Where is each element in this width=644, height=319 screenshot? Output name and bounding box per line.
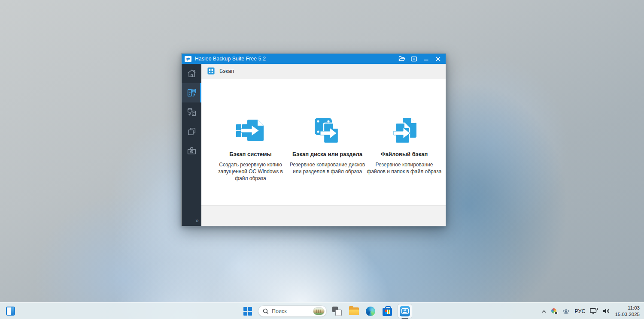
card-title: Бэкап системы (213, 151, 289, 157)
microsoft-store-button[interactable] (381, 305, 394, 318)
tray-graphics-icon[interactable] (551, 308, 558, 314)
sidebar-item-tools[interactable] (182, 141, 201, 160)
edge-icon (366, 307, 375, 316)
restore-icon (186, 107, 197, 117)
widgets-icon (7, 307, 11, 315)
sidebar-item-restore[interactable] (182, 102, 201, 122)
card-description: Резервное копирование дисков или раздело… (290, 161, 365, 175)
task-view-button[interactable] (331, 305, 343, 318)
window-title: Hasleo Backup Suite Free 5.2 (195, 56, 397, 62)
system-backup-card[interactable]: Бэкап системы Создать резервную копию за… (213, 118, 289, 205)
tray-lotus-icon[interactable] (562, 308, 570, 314)
minimize-button[interactable] (421, 54, 431, 63)
sidebar-item-backup[interactable] (182, 83, 201, 102)
app-logo-icon: ⇄ (185, 56, 191, 62)
tools-icon (186, 145, 197, 156)
file-backup-card[interactable]: Файловый бэкап Резервное копирование фай… (366, 118, 442, 205)
search-highlight-image (313, 307, 325, 315)
clock[interactable]: 11:03 15.03.2025 (615, 305, 640, 317)
system-backup-icon (236, 118, 265, 144)
edge-button[interactable] (364, 305, 377, 318)
hasleo-window: ⇄ Hasleo Backup Suite Free 5.2 (181, 53, 446, 226)
hasleo-taskbar-button[interactable]: ⇄ (398, 304, 412, 318)
minimize-to-tray-button[interactable] (409, 54, 419, 63)
microsoft-store-icon (383, 308, 392, 316)
chevron-double-right-icon: » (195, 217, 199, 224)
minimize-icon (424, 57, 428, 61)
sidebar-expand-button[interactable]: » (182, 215, 201, 226)
task-view-icon (332, 307, 342, 316)
hasleo-app-icon: ⇄ (400, 306, 410, 316)
page-header: Бэкап (201, 64, 446, 78)
start-button[interactable] (241, 305, 254, 318)
home-icon (186, 68, 197, 79)
backup-options: Бэкап системы Создать резервную копию за… (201, 78, 446, 205)
window-titlebar[interactable]: ⇄ Hasleo Backup Suite Free 5.2 (182, 54, 446, 64)
page-title: Бэкап (219, 68, 234, 74)
file-explorer-button[interactable] (347, 305, 360, 318)
network-icon[interactable] (590, 308, 598, 314)
search-icon (263, 308, 269, 314)
close-icon (436, 57, 440, 61)
search-placeholder: Поиск (272, 308, 310, 314)
widgets-button[interactable] (6, 307, 15, 316)
taskbar: Поиск (0, 302, 644, 319)
card-title: Бэкап диска или раздела (289, 151, 365, 157)
window-footer (201, 205, 446, 226)
tray-chevron-up-icon[interactable] (541, 310, 547, 313)
clone-icon (186, 126, 197, 137)
volume-icon[interactable] (603, 308, 610, 314)
clock-time: 11:03 (615, 305, 640, 311)
disk-backup-icon (313, 118, 342, 144)
backup-icon (186, 87, 197, 98)
card-description: Создать резервную копию запущенной ОС Wi… (216, 161, 286, 182)
sidebar-item-clone[interactable] (182, 122, 201, 141)
backup-section-icon (207, 67, 215, 75)
card-description: Резервное копирование файлов и папок в ф… (367, 161, 442, 175)
tray-window-icon (411, 56, 417, 62)
desktop: ⇄ Hasleo Backup Suite Free 5.2 (0, 0, 644, 319)
sidebar-item-home[interactable] (182, 64, 201, 83)
close-button[interactable] (433, 54, 443, 63)
clock-date: 15.03.2025 (615, 311, 640, 317)
card-title: Файловый бэкап (366, 151, 442, 157)
language-indicator[interactable]: РУС (574, 308, 585, 314)
sidebar: » (182, 64, 201, 226)
file-backup-icon (390, 118, 419, 144)
disk-backup-card[interactable]: Бэкап диска или раздела Резервное копиро… (289, 118, 365, 205)
folder-open-icon (398, 56, 405, 62)
windows-start-icon (243, 307, 252, 316)
open-backup-file-button[interactable] (397, 54, 407, 63)
taskbar-search[interactable]: Поиск (258, 305, 327, 317)
file-explorer-icon (349, 307, 359, 315)
